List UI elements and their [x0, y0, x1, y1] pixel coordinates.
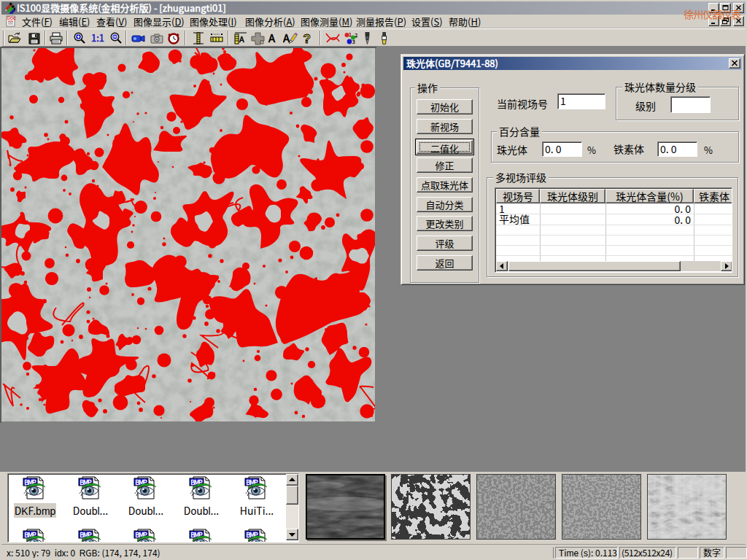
svg-text:DOC: DOC — [7, 15, 16, 21]
svg-text:A: A — [239, 33, 244, 44]
svg-text:1: 1 — [349, 31, 352, 38]
svg-text:3: 3 — [352, 38, 355, 45]
svg-text:2: 2 — [355, 31, 358, 39]
svg-text:1:1: 1:1 — [91, 31, 104, 44]
svg-text:A: A — [268, 31, 276, 45]
svg-text:?: ? — [303, 31, 311, 45]
